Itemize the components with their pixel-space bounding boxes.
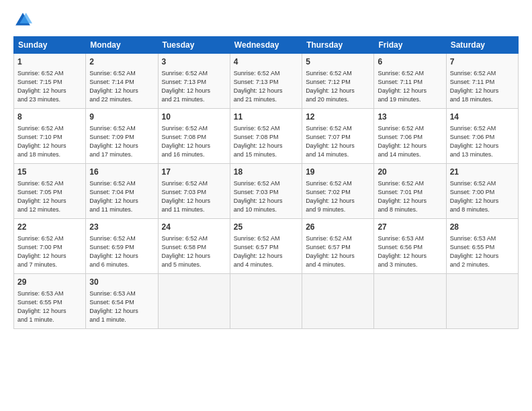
- day-info: Sunrise: 6:52 AM Sunset: 7:02 PM Dayligh…: [306, 179, 370, 214]
- calendar-week-row: 1Sunrise: 6:52 AM Sunset: 7:15 PM Daylig…: [14, 54, 519, 109]
- calendar-header-row: SundayMondayTuesdayWednesdayThursdayFrid…: [14, 37, 519, 54]
- day-info: Sunrise: 6:52 AM Sunset: 7:08 PM Dayligh…: [162, 124, 226, 159]
- page: SundayMondayTuesdayWednesdayThursdayFrid…: [0, 0, 532, 411]
- day-info: Sunrise: 6:52 AM Sunset: 7:14 PM Dayligh…: [89, 69, 154, 104]
- calendar-cell: 14Sunrise: 6:52 AM Sunset: 7:06 PM Dayli…: [446, 109, 518, 164]
- day-info: Sunrise: 6:52 AM Sunset: 7:08 PM Dayligh…: [234, 124, 298, 159]
- day-info: Sunrise: 6:52 AM Sunset: 7:07 PM Dayligh…: [306, 124, 370, 159]
- day-info: Sunrise: 6:52 AM Sunset: 7:09 PM Dayligh…: [89, 124, 154, 159]
- day-info: Sunrise: 6:52 AM Sunset: 6:57 PM Dayligh…: [306, 234, 370, 269]
- day-info: Sunrise: 6:52 AM Sunset: 7:13 PM Dayligh…: [162, 69, 226, 104]
- day-info: Sunrise: 6:52 AM Sunset: 6:57 PM Dayligh…: [234, 234, 298, 269]
- day-info: Sunrise: 6:52 AM Sunset: 7:06 PM Dayligh…: [450, 124, 515, 159]
- calendar-cell: 2Sunrise: 6:52 AM Sunset: 7:14 PM Daylig…: [86, 54, 158, 109]
- day-info: Sunrise: 6:52 AM Sunset: 6:58 PM Dayligh…: [162, 234, 226, 269]
- calendar-cell: 28Sunrise: 6:53 AM Sunset: 6:55 PM Dayli…: [446, 219, 518, 274]
- calendar-week-row: 15Sunrise: 6:52 AM Sunset: 7:05 PM Dayli…: [14, 164, 519, 219]
- calendar-cell: 7Sunrise: 6:52 AM Sunset: 7:11 PM Daylig…: [446, 54, 518, 109]
- day-info: Sunrise: 6:53 AM Sunset: 6:54 PM Dayligh…: [89, 289, 154, 324]
- calendar-header-thursday: Thursday: [302, 37, 374, 54]
- calendar-week-row: 8Sunrise: 6:52 AM Sunset: 7:10 PM Daylig…: [14, 109, 519, 164]
- calendar-cell: 9Sunrise: 6:52 AM Sunset: 7:09 PM Daylig…: [86, 109, 158, 164]
- calendar-cell: 13Sunrise: 6:52 AM Sunset: 7:06 PM Dayli…: [374, 109, 446, 164]
- day-number: 7: [450, 56, 515, 68]
- day-number: 14: [450, 111, 515, 123]
- calendar-header-sunday: Sunday: [14, 37, 86, 54]
- calendar-cell: 10Sunrise: 6:52 AM Sunset: 7:08 PM Dayli…: [158, 109, 230, 164]
- calendar-header-saturday: Saturday: [446, 37, 518, 54]
- day-number: 15: [17, 167, 82, 178]
- day-number: 1: [17, 56, 82, 68]
- day-number: 13: [378, 111, 442, 123]
- day-info: Sunrise: 6:53 AM Sunset: 6:55 PM Dayligh…: [17, 289, 82, 324]
- day-number: 16: [89, 167, 154, 178]
- calendar-cell: 27Sunrise: 6:53 AM Sunset: 6:56 PM Dayli…: [374, 219, 446, 274]
- day-number: 27: [378, 222, 442, 233]
- day-info: Sunrise: 6:52 AM Sunset: 7:01 PM Dayligh…: [378, 179, 442, 214]
- calendar-cell: 24Sunrise: 6:52 AM Sunset: 6:58 PM Dayli…: [158, 219, 230, 274]
- calendar-cell: 12Sunrise: 6:52 AM Sunset: 7:07 PM Dayli…: [302, 109, 374, 164]
- calendar-cell: 4Sunrise: 6:52 AM Sunset: 7:13 PM Daylig…: [230, 54, 302, 109]
- day-info: Sunrise: 6:52 AM Sunset: 7:13 PM Dayligh…: [234, 69, 298, 104]
- calendar-cell: 8Sunrise: 6:52 AM Sunset: 7:10 PM Daylig…: [14, 109, 86, 164]
- calendar-header-tuesday: Tuesday: [158, 37, 230, 54]
- day-number: 23: [89, 222, 154, 233]
- calendar-week-row: 29Sunrise: 6:53 AM Sunset: 6:55 PM Dayli…: [14, 274, 519, 329]
- calendar-cell: [446, 274, 518, 329]
- day-number: 2: [89, 56, 154, 68]
- calendar-cell: [158, 274, 230, 329]
- day-number: 5: [306, 56, 370, 68]
- day-info: Sunrise: 6:52 AM Sunset: 7:05 PM Dayligh…: [17, 179, 82, 214]
- calendar-cell: 5Sunrise: 6:52 AM Sunset: 7:12 PM Daylig…: [302, 54, 374, 109]
- calendar-cell: 26Sunrise: 6:52 AM Sunset: 6:57 PM Dayli…: [302, 219, 374, 274]
- calendar-cell: 15Sunrise: 6:52 AM Sunset: 7:05 PM Dayli…: [14, 164, 86, 219]
- logo-icon: [13, 11, 32, 30]
- calendar-cell: 1Sunrise: 6:52 AM Sunset: 7:15 PM Daylig…: [14, 54, 86, 109]
- calendar-header-wednesday: Wednesday: [230, 37, 302, 54]
- calendar-week-row: 22Sunrise: 6:52 AM Sunset: 7:00 PM Dayli…: [14, 219, 519, 274]
- day-number: 30: [89, 277, 154, 288]
- calendar-cell: 30Sunrise: 6:53 AM Sunset: 6:54 PM Dayli…: [86, 274, 158, 329]
- day-info: Sunrise: 6:52 AM Sunset: 7:00 PM Dayligh…: [450, 179, 515, 214]
- day-info: Sunrise: 6:52 AM Sunset: 7:00 PM Dayligh…: [17, 234, 82, 269]
- day-number: 4: [234, 56, 298, 68]
- calendar-cell: 6Sunrise: 6:52 AM Sunset: 7:11 PM Daylig…: [374, 54, 446, 109]
- calendar-cell: 3Sunrise: 6:52 AM Sunset: 7:13 PM Daylig…: [158, 54, 230, 109]
- day-number: 3: [162, 56, 226, 68]
- day-info: Sunrise: 6:52 AM Sunset: 7:03 PM Dayligh…: [234, 179, 298, 214]
- calendar-table: SundayMondayTuesdayWednesdayThursdayFrid…: [13, 36, 519, 329]
- day-number: 18: [234, 167, 298, 178]
- day-info: Sunrise: 6:52 AM Sunset: 7:10 PM Dayligh…: [17, 124, 82, 159]
- day-info: Sunrise: 6:52 AM Sunset: 6:59 PM Dayligh…: [89, 234, 154, 269]
- day-number: 9: [89, 111, 154, 123]
- day-number: 24: [162, 222, 226, 233]
- day-number: 29: [17, 277, 82, 288]
- day-info: Sunrise: 6:52 AM Sunset: 7:04 PM Dayligh…: [89, 179, 154, 214]
- calendar-cell: [302, 274, 374, 329]
- calendar-cell: [374, 274, 446, 329]
- day-number: 21: [450, 167, 515, 178]
- day-number: 6: [378, 56, 442, 68]
- calendar-header-monday: Monday: [86, 37, 158, 54]
- logo: [13, 11, 35, 30]
- day-info: Sunrise: 6:52 AM Sunset: 7:03 PM Dayligh…: [162, 179, 226, 214]
- calendar-cell: 20Sunrise: 6:52 AM Sunset: 7:01 PM Dayli…: [374, 164, 446, 219]
- calendar-cell: 21Sunrise: 6:52 AM Sunset: 7:00 PM Dayli…: [446, 164, 518, 219]
- day-number: 28: [450, 222, 515, 233]
- day-info: Sunrise: 6:53 AM Sunset: 6:55 PM Dayligh…: [450, 234, 515, 269]
- calendar-cell: 18Sunrise: 6:52 AM Sunset: 7:03 PM Dayli…: [230, 164, 302, 219]
- calendar-cell: 17Sunrise: 6:52 AM Sunset: 7:03 PM Dayli…: [158, 164, 230, 219]
- calendar-cell: 23Sunrise: 6:52 AM Sunset: 6:59 PM Dayli…: [86, 219, 158, 274]
- day-info: Sunrise: 6:53 AM Sunset: 6:56 PM Dayligh…: [378, 234, 442, 269]
- day-number: 19: [306, 167, 370, 178]
- day-info: Sunrise: 6:52 AM Sunset: 7:11 PM Dayligh…: [450, 69, 515, 104]
- day-info: Sunrise: 6:52 AM Sunset: 7:12 PM Dayligh…: [306, 69, 370, 104]
- day-number: 25: [234, 222, 298, 233]
- day-number: 17: [162, 167, 226, 178]
- day-number: 8: [17, 111, 82, 123]
- calendar-cell: 11Sunrise: 6:52 AM Sunset: 7:08 PM Dayli…: [230, 109, 302, 164]
- day-info: Sunrise: 6:52 AM Sunset: 7:15 PM Dayligh…: [17, 69, 82, 104]
- day-number: 10: [162, 111, 226, 123]
- calendar-cell: 22Sunrise: 6:52 AM Sunset: 7:00 PM Dayli…: [14, 219, 86, 274]
- day-number: 26: [306, 222, 370, 233]
